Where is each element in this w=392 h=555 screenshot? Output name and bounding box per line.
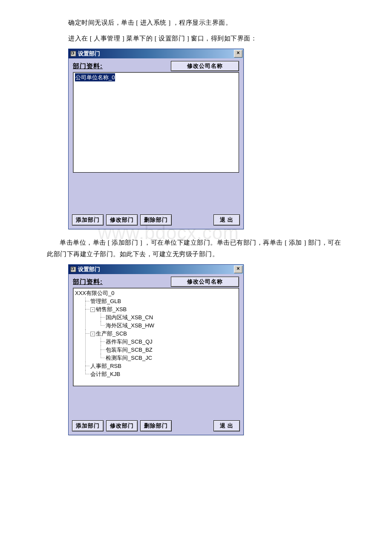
- delete-dept-button[interactable]: 删除部门: [140, 420, 172, 431]
- modify-dept-button[interactable]: 修改部门: [106, 420, 138, 431]
- doc-paragraph: 进入在 [ 人事管理 ] 菜单下的 [ 设置部门 ] 窗口，得到如下界面：: [68, 33, 371, 44]
- app-icon: S: [70, 51, 76, 57]
- add-dept-button[interactable]: 添加部门: [72, 420, 104, 431]
- spacer: [69, 387, 243, 418]
- exit-button[interactable]: 退 出: [213, 214, 240, 225]
- app-icon: S: [70, 266, 76, 272]
- tree-item[interactable]: 国内区域_XSB_CN: [99, 313, 237, 321]
- tree-item[interactable]: 包装车间_SCB_BZ: [99, 346, 237, 354]
- tree-item[interactable]: 检测车间_SCB_JC: [99, 354, 237, 362]
- collapse-icon[interactable]: -: [90, 307, 95, 312]
- tree-item[interactable]: 海外区域_XSB_HW: [99, 321, 237, 330]
- delete-dept-button[interactable]: 删除部门: [140, 214, 172, 225]
- dept-tree[interactable]: XXX有限公司_0 管理部_GLB -销售部_XSB 国内区域_XSB_CN 海…: [73, 288, 239, 386]
- dept-settings-dialog-populated: S 设置部门 × 部门资料: 修改公司名称 XXX有限公司_0 管理部_GLB …: [68, 264, 244, 435]
- button-row: 添加部门 修改部门 删除部门 退 出: [69, 212, 243, 229]
- add-dept-button[interactable]: 添加部门: [72, 214, 104, 225]
- window-title: 设置部门: [78, 266, 234, 273]
- modify-dept-button[interactable]: 修改部门: [106, 214, 138, 225]
- titlebar[interactable]: S 设置部门 ×: [69, 265, 243, 274]
- tree-item[interactable]: -销售部_XSB 国内区域_XSB_CN 海外区域_XSB_HW: [84, 305, 237, 330]
- close-icon[interactable]: ×: [234, 266, 242, 273]
- collapse-icon[interactable]: -: [90, 332, 95, 336]
- svg-text:S: S: [72, 52, 74, 55]
- tree-item[interactable]: -生产部_SCB 器件车间_SCB_QJ 包装车间_SCB_BZ 检测车间_SC…: [84, 330, 237, 362]
- spacer: [69, 173, 243, 212]
- tree-item[interactable]: 人事部_RSB: [84, 362, 237, 370]
- modify-company-button[interactable]: 修改公司名称: [171, 277, 239, 287]
- exit-button[interactable]: 退 出: [213, 420, 240, 431]
- section-label: 部门资料:: [73, 278, 103, 286]
- close-icon[interactable]: ×: [234, 50, 242, 58]
- doc-paragraph: 确定时间无误后，单击 [ 进入系统 ] ，程序显示主界面。: [68, 17, 371, 29]
- dept-settings-dialog: S 设置部门 × 部门资料: 修改公司名称 公司单位名称_0 添加部门 修改部门…: [68, 49, 244, 229]
- svg-text:S: S: [72, 268, 74, 270]
- dept-tree[interactable]: 公司单位名称_0: [73, 72, 239, 173]
- button-row: 添加部门 修改部门 删除部门 退 出: [69, 418, 243, 435]
- window-title: 设置部门: [78, 50, 234, 58]
- titlebar[interactable]: S 设置部门 ×: [69, 49, 243, 58]
- doc-paragraph: 单击单位，单击 [ 添加部门 ] ，可在单位下建立部门。单击已有部门，再单击 […: [47, 237, 345, 260]
- tree-item[interactable]: 器件车间_SCB_QJ: [99, 338, 237, 346]
- tree-item[interactable]: 会计部_KJB: [84, 370, 237, 378]
- tree-root[interactable]: XXX有限公司_0 管理部_GLB -销售部_XSB 国内区域_XSB_CN 海…: [75, 289, 237, 378]
- modify-company-button[interactable]: 修改公司名称: [171, 61, 239, 71]
- tree-root-selected[interactable]: 公司单位名称_0: [75, 73, 115, 81]
- section-label: 部门资料:: [73, 62, 103, 70]
- tree-item[interactable]: 管理部_GLB: [84, 297, 237, 305]
